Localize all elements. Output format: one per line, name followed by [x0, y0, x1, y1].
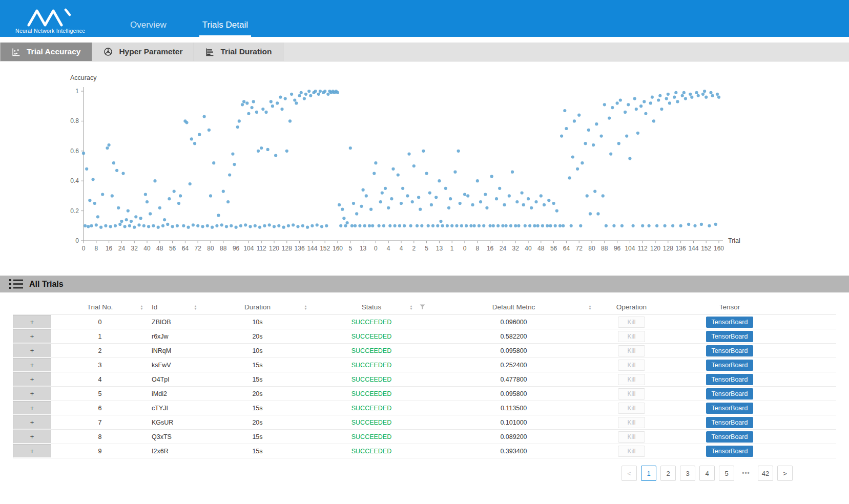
svg-text:96: 96 — [233, 245, 240, 252]
tensorboard-button[interactable]: TensorBoard — [706, 431, 754, 443]
scatter-point — [92, 178, 95, 181]
expand-row-button[interactable]: + — [13, 415, 51, 429]
scatter-point — [649, 101, 652, 104]
sort-icon[interactable]: ▲▼ — [588, 305, 592, 310]
scatter-point — [114, 224, 117, 227]
expand-row-button[interactable]: + — [13, 315, 51, 329]
kill-button[interactable]: Kill — [618, 388, 645, 400]
pagination-page-3[interactable]: 3 — [680, 466, 695, 481]
scatter-point — [225, 225, 228, 228]
kill-button[interactable]: Kill — [618, 345, 645, 356]
svg-text:64: 64 — [563, 245, 570, 252]
scatter-point — [479, 200, 482, 203]
scatter-point — [306, 226, 309, 229]
logo-subtitle: Neural Network Intelligence — [15, 28, 102, 34]
scatter-point — [176, 224, 179, 227]
tensorboard-button[interactable]: TensorBoard — [706, 360, 754, 371]
scatter-point — [420, 224, 423, 227]
scatter-point — [471, 203, 474, 206]
column-header-trial_no[interactable]: Trial No.▲▼ — [51, 300, 149, 314]
scatter-point — [320, 225, 323, 228]
tab-trial-accuracy[interactable]: Trial Accuracy — [0, 43, 92, 61]
default-metric-cell: 0.095800 — [430, 390, 597, 397]
svg-text:112: 112 — [638, 245, 648, 252]
expand-row-button[interactable]: + — [13, 444, 51, 458]
expand-row-button[interactable]: + — [13, 401, 51, 415]
sort-icon[interactable]: ▲▼ — [409, 305, 413, 310]
kill-button[interactable]: Kill — [618, 360, 645, 371]
pagination-page-2[interactable]: 2 — [660, 466, 676, 481]
tensorboard-button[interactable]: TensorBoard — [706, 403, 754, 414]
sort-icon[interactable]: ▲▼ — [140, 305, 143, 310]
tensorboard-button[interactable]: TensorBoard — [706, 331, 754, 342]
scatter-point — [323, 90, 326, 93]
filter-icon[interactable] — [420, 303, 425, 311]
scatter-point — [441, 224, 444, 227]
scatter-point — [342, 217, 345, 220]
pagination-page-5[interactable]: 5 — [719, 466, 734, 481]
default-metric-cell: 0.582200 — [430, 333, 597, 340]
tab-trial-duration[interactable]: Trial Duration — [194, 43, 283, 61]
svg-text:0: 0 — [75, 237, 79, 244]
scatter-point — [192, 223, 195, 226]
tensorboard-button[interactable]: TensorBoard — [706, 345, 754, 356]
tensorboard-button[interactable]: TensorBoard — [706, 417, 754, 428]
kill-button[interactable]: Kill — [618, 431, 645, 443]
kill-button[interactable]: Kill — [618, 317, 645, 328]
column-header-metric[interactable]: Default Metric▲▼ — [430, 300, 597, 314]
sort-icon[interactable]: ▲▼ — [304, 305, 307, 310]
svg-text:2: 2 — [412, 245, 416, 252]
column-header-duration[interactable]: Duration▲▼ — [202, 300, 313, 314]
scatter-point — [624, 111, 627, 114]
scatter-point — [617, 142, 620, 145]
svg-text:56: 56 — [169, 245, 176, 252]
pagination-next-button[interactable]: > — [777, 466, 793, 481]
tensorboard-button[interactable]: TensorBoard — [706, 388, 754, 400]
scatter-point — [130, 220, 133, 223]
expand-row-button[interactable]: + — [13, 372, 51, 386]
scatter-point — [489, 224, 492, 227]
svg-text:56: 56 — [550, 245, 557, 252]
scatter-point — [309, 94, 312, 97]
scatter-point — [341, 208, 344, 211]
tab-hyper-parameter[interactable]: Hyper Parameter — [92, 43, 194, 61]
pagination-page-42[interactable]: 42 — [758, 466, 773, 481]
kill-button[interactable]: Kill — [618, 403, 645, 414]
column-label: Duration — [244, 303, 271, 311]
tab-trials-detail[interactable]: Trials Detail — [199, 20, 251, 37]
expand-row-button[interactable]: + — [13, 430, 51, 444]
pagination-prev-button[interactable]: < — [622, 466, 637, 481]
column-header-id[interactable]: Id▲▼ — [149, 300, 202, 314]
scatter-point — [352, 202, 355, 205]
trial-id-cell: O4TpI — [149, 376, 202, 383]
kill-button[interactable]: Kill — [618, 417, 645, 428]
scatter-point — [658, 94, 661, 97]
expand-row-button[interactable]: + — [13, 329, 51, 343]
tensorboard-button[interactable]: TensorBoard — [706, 374, 754, 385]
tab-overview[interactable]: Overview — [127, 20, 170, 37]
scatter-point — [87, 225, 90, 228]
tensorboard-button[interactable]: TensorBoard — [706, 317, 754, 328]
svg-text:16: 16 — [487, 245, 494, 252]
column-header-status[interactable]: Status▲▼ — [313, 300, 430, 314]
expand-row-button[interactable]: + — [13, 387, 51, 401]
accuracy-chart-section: 00.20.40.60.8108162432404856647280889610… — [0, 61, 849, 276]
kill-button[interactable]: Kill — [618, 446, 645, 457]
svg-text:96: 96 — [614, 245, 621, 252]
kill-button[interactable]: Kill — [618, 331, 645, 342]
scatter-point — [547, 199, 550, 202]
accuracy-scatter-chart[interactable]: 00.20.40.60.8108162432404856647280889610… — [0, 61, 849, 274]
pagination-page-4[interactable]: 4 — [699, 466, 715, 481]
trial-id-cell: Q3xTS — [149, 433, 202, 440]
kill-button[interactable]: Kill — [618, 374, 645, 385]
scatter-point — [112, 161, 115, 164]
expand-row-button[interactable]: + — [13, 344, 51, 358]
tensorboard-button[interactable]: TensorBoard — [706, 446, 754, 457]
expand-row-button[interactable]: + — [13, 358, 51, 372]
svg-text:24: 24 — [500, 245, 507, 252]
scatter-point — [457, 150, 460, 153]
scatter-point — [482, 224, 485, 227]
sort-icon[interactable]: ▲▼ — [194, 305, 197, 310]
pagination-page-1[interactable]: 1 — [641, 466, 656, 481]
scatter-point — [108, 143, 111, 146]
